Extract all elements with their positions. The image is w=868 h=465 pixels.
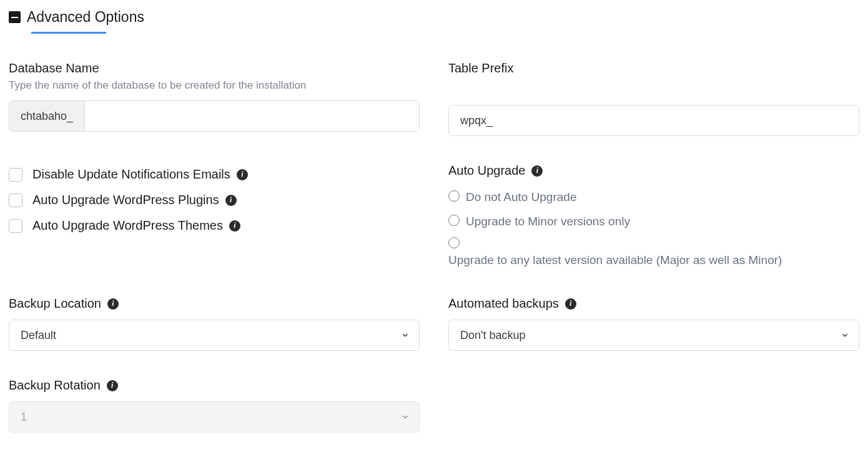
auto-upgrade-none-row: Do not Auto Upgrade <box>448 188 859 206</box>
auto-upgrade-minor-label: Upgrade to Minor versions only <box>466 212 630 230</box>
section-title: Advanced Options <box>27 9 144 26</box>
upgrade-checkboxes: Disable Update Notifications Emails Auto… <box>9 164 420 269</box>
info-icon[interactable] <box>225 195 237 206</box>
auto-upgrade-minor-row: Upgrade to Minor versions only <box>448 212 859 230</box>
backup-location-select[interactable]: Default <box>9 320 420 351</box>
table-prefix-label: Table Prefix <box>448 61 859 76</box>
auto-upgrade-none-radio[interactable] <box>448 190 460 202</box>
auto-upgrade-major-radio[interactable] <box>448 237 460 248</box>
auto-upgrade-label-text: Auto Upgrade <box>448 164 525 178</box>
info-icon[interactable] <box>531 165 543 177</box>
info-icon[interactable] <box>229 220 240 232</box>
database-name-input[interactable] <box>85 101 419 131</box>
table-prefix-field: Table Prefix <box>448 61 859 136</box>
active-tab-underline <box>31 32 106 34</box>
backup-location-field: Backup Location Default <box>9 296 420 351</box>
disable-update-emails-checkbox[interactable] <box>9 168 22 182</box>
auto-upgrade-major-row: Upgrade to any latest version available … <box>448 237 859 269</box>
backup-location-label: Backup Location <box>9 296 420 311</box>
auto-upgrade-themes-row: Auto Upgrade WordPress Themes <box>9 218 420 233</box>
database-prefix-addon: chtabaho_ <box>9 101 85 131</box>
info-icon[interactable] <box>107 380 118 391</box>
info-icon[interactable] <box>107 298 119 310</box>
database-name-label: Database Name <box>9 61 420 76</box>
auto-upgrade-major-label: Upgrade to any latest version available … <box>448 251 859 269</box>
auto-upgrade-minor-radio[interactable] <box>448 215 460 226</box>
backup-location-label-text: Backup Location <box>9 296 101 311</box>
auto-upgrade-themes-text: Auto Upgrade WordPress Themes <box>32 218 223 233</box>
auto-upgrade-none-label: Do not Auto Upgrade <box>466 188 576 206</box>
table-prefix-input[interactable] <box>448 105 859 136</box>
disable-update-emails-text: Disable Update Notifications Emails <box>32 167 230 182</box>
info-icon[interactable] <box>565 298 576 310</box>
automated-backups-field: Automated backups Don't backup <box>448 296 859 351</box>
info-icon[interactable] <box>237 169 248 180</box>
auto-upgrade-plugins-text: Auto Upgrade WordPress Plugins <box>32 193 219 207</box>
backup-rotation-label: Backup Rotation <box>9 378 420 393</box>
database-name-input-group: chtabaho_ <box>9 100 420 132</box>
automated-backups-label: Automated backups <box>448 296 859 311</box>
disable-update-emails-row: Disable Update Notifications Emails <box>9 167 420 182</box>
auto-upgrade-field: Auto Upgrade Do not Auto Upgrade Upgrade… <box>448 164 859 269</box>
disable-update-emails-label: Disable Update Notifications Emails <box>32 167 248 182</box>
backup-rotation-label-text: Backup Rotation <box>9 378 101 393</box>
backup-rotation-field: Backup Rotation 1 <box>9 378 420 433</box>
auto-upgrade-themes-label: Auto Upgrade WordPress Themes <box>32 218 240 233</box>
database-name-help: Type the name of the database to be crea… <box>9 79 420 92</box>
auto-upgrade-label: Auto Upgrade <box>448 164 859 178</box>
auto-upgrade-plugins-label: Auto Upgrade WordPress Plugins <box>32 193 237 207</box>
automated-backups-select[interactable]: Don't backup <box>448 320 859 351</box>
database-name-field: Database Name Type the name of the datab… <box>9 61 420 136</box>
auto-upgrade-plugins-checkbox[interactable] <box>9 193 22 207</box>
collapse-icon <box>9 11 21 23</box>
auto-upgrade-themes-checkbox[interactable] <box>9 219 22 233</box>
automated-backups-label-text: Automated backups <box>448 296 559 311</box>
auto-upgrade-plugins-row: Auto Upgrade WordPress Plugins <box>9 193 420 207</box>
advanced-options-header[interactable]: Advanced Options <box>9 9 859 26</box>
backup-rotation-select: 1 <box>9 401 420 433</box>
